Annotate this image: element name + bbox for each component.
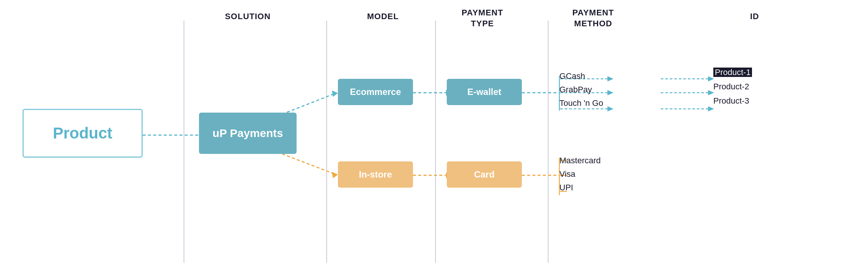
pm-touchngo: Touch 'n Go — [559, 98, 603, 108]
svg-marker-9 — [332, 172, 338, 178]
pm-upi: UPI — [559, 183, 601, 193]
node-ewallet: E-wallet — [447, 79, 522, 105]
header-payment-method: PAYMENT METHOD — [552, 8, 634, 29]
id-product-2: Product-2 — [713, 82, 752, 92]
svg-marker-32 — [708, 106, 714, 111]
id-product-1: Product-1 — [713, 68, 752, 77]
card-payment-methods: Mastercard Visa UPI — [559, 156, 601, 193]
header-payment-type: PAYMENT TYPE — [443, 8, 522, 29]
header-id: ID — [732, 11, 777, 22]
svg-marker-17 — [607, 76, 613, 81]
header-solution: SOLUTION — [210, 11, 285, 22]
pm-visa: Visa — [559, 169, 601, 179]
svg-marker-19 — [607, 90, 613, 95]
svg-marker-21 — [607, 106, 613, 111]
node-product: Product — [23, 109, 143, 158]
pm-mastercard: Mastercard — [559, 156, 601, 166]
node-card: Card — [447, 161, 522, 188]
pm-grabpay: GrabPay — [559, 85, 603, 95]
ewallet-payment-methods: GCash GrabPay Touch 'n Go — [559, 71, 603, 108]
diagram-container: SOLUTION MODEL PAYMENT TYPE PAYMENT METH… — [0, 0, 868, 274]
node-up-payments: uP Payments — [199, 113, 297, 154]
id-product-3: Product-3 — [713, 96, 752, 106]
node-instore: In-store — [338, 161, 413, 188]
id-group: Product-1 Product-2 Product-3 — [713, 68, 752, 106]
node-ecommerce: Ecommerce — [338, 79, 413, 105]
pm-gcash: GCash — [559, 71, 603, 81]
svg-marker-7 — [332, 90, 338, 97]
header-model: MODEL — [345, 11, 420, 22]
id-product-1-text: Product-1 — [713, 68, 752, 77]
